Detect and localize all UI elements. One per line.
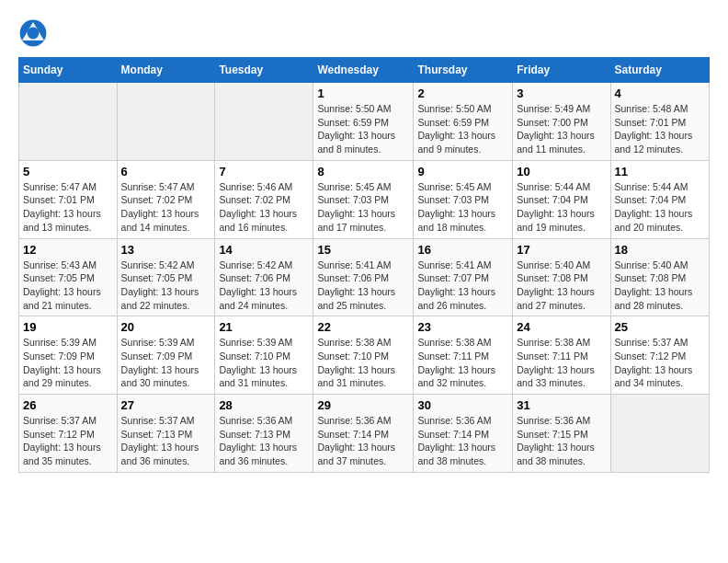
- day-number: 8: [317, 165, 409, 178]
- calendar-cell: [215, 83, 313, 161]
- calendar-cell: 12Sunrise: 5:43 AM Sunset: 7:05 PM Dayli…: [19, 238, 118, 316]
- page-header: [18, 18, 710, 48]
- day-info: Sunrise: 5:50 AM Sunset: 6:59 PM Dayligh…: [317, 102, 409, 156]
- calendar-cell: 23Sunrise: 5:38 AM Sunset: 7:11 PM Dayli…: [414, 316, 513, 395]
- day-number: 16: [417, 243, 508, 257]
- calendar-cell: 4Sunrise: 5:48 AM Sunset: 7:01 PM Daylig…: [610, 83, 709, 161]
- calendar-cell: 17Sunrise: 5:40 AM Sunset: 7:08 PM Dayli…: [513, 238, 610, 316]
- calendar-cell: 26Sunrise: 5:37 AM Sunset: 7:12 PM Dayli…: [19, 395, 118, 473]
- day-info: Sunrise: 5:50 AM Sunset: 6:59 PM Dayligh…: [417, 102, 508, 156]
- day-number: 4: [615, 86, 705, 100]
- calendar-cell: 30Sunrise: 5:36 AM Sunset: 7:14 PM Dayli…: [414, 395, 513, 473]
- day-number: 26: [23, 398, 113, 412]
- day-number: 21: [219, 320, 309, 334]
- day-info: Sunrise: 5:39 AM Sunset: 7:09 PM Dayligh…: [121, 336, 211, 390]
- day-number: 20: [121, 320, 211, 334]
- header-day-tuesday: Tuesday: [215, 58, 313, 83]
- day-number: 25: [615, 320, 705, 334]
- day-number: 14: [219, 243, 309, 257]
- header-day-thursday: Thursday: [414, 58, 513, 83]
- calendar-cell: 31Sunrise: 5:36 AM Sunset: 7:15 PM Dayli…: [513, 395, 610, 473]
- day-info: Sunrise: 5:41 AM Sunset: 7:06 PM Dayligh…: [317, 259, 409, 313]
- day-info: Sunrise: 5:47 AM Sunset: 7:02 PM Dayligh…: [121, 180, 211, 235]
- day-info: Sunrise: 5:47 AM Sunset: 7:01 PM Dayligh…: [23, 180, 113, 235]
- day-info: Sunrise: 5:37 AM Sunset: 7:13 PM Dayligh…: [121, 414, 211, 468]
- day-number: 9: [417, 165, 508, 178]
- day-number: 27: [121, 398, 211, 412]
- calendar-cell: 29Sunrise: 5:36 AM Sunset: 7:14 PM Dayli…: [313, 395, 414, 473]
- day-number: 18: [615, 243, 705, 257]
- day-info: Sunrise: 5:49 AM Sunset: 7:00 PM Dayligh…: [517, 102, 606, 156]
- day-info: Sunrise: 5:45 AM Sunset: 7:03 PM Dayligh…: [317, 180, 409, 235]
- calendar-cell: 16Sunrise: 5:41 AM Sunset: 7:07 PM Dayli…: [414, 238, 513, 316]
- day-number: 29: [317, 398, 409, 412]
- day-number: 5: [23, 165, 113, 178]
- day-info: Sunrise: 5:37 AM Sunset: 7:12 PM Dayligh…: [23, 414, 113, 468]
- day-number: 31: [517, 398, 606, 412]
- day-info: Sunrise: 5:39 AM Sunset: 7:09 PM Dayligh…: [23, 336, 113, 390]
- day-number: 28: [219, 398, 309, 412]
- day-info: Sunrise: 5:38 AM Sunset: 7:11 PM Dayligh…: [517, 336, 606, 390]
- day-number: 6: [121, 165, 211, 178]
- day-info: Sunrise: 5:36 AM Sunset: 7:14 PM Dayligh…: [417, 414, 508, 468]
- calendar-cell: 18Sunrise: 5:40 AM Sunset: 7:08 PM Dayli…: [610, 238, 709, 316]
- calendar-cell: 1Sunrise: 5:50 AM Sunset: 6:59 PM Daylig…: [313, 83, 414, 161]
- day-number: 13: [121, 243, 211, 257]
- header-day-friday: Friday: [513, 58, 610, 83]
- day-number: 15: [317, 243, 409, 257]
- calendar-cell: 24Sunrise: 5:38 AM Sunset: 7:11 PM Dayli…: [513, 316, 610, 395]
- calendar-cell: 8Sunrise: 5:45 AM Sunset: 7:03 PM Daylig…: [313, 160, 414, 238]
- day-number: 23: [417, 320, 508, 334]
- calendar-cell: 28Sunrise: 5:36 AM Sunset: 7:13 PM Dayli…: [215, 395, 313, 473]
- day-info: Sunrise: 5:38 AM Sunset: 7:11 PM Dayligh…: [417, 336, 508, 390]
- calendar-cell: 3Sunrise: 5:49 AM Sunset: 7:00 PM Daylig…: [513, 83, 610, 161]
- day-info: Sunrise: 5:37 AM Sunset: 7:12 PM Dayligh…: [615, 336, 705, 390]
- calendar-cell: 21Sunrise: 5:39 AM Sunset: 7:10 PM Dayli…: [215, 316, 313, 395]
- calendar-cell: [19, 83, 118, 161]
- day-info: Sunrise: 5:42 AM Sunset: 7:05 PM Dayligh…: [121, 259, 211, 313]
- day-number: 7: [219, 165, 309, 178]
- calendar-cell: [117, 83, 215, 161]
- calendar-cell: 19Sunrise: 5:39 AM Sunset: 7:09 PM Dayli…: [19, 316, 118, 395]
- day-info: Sunrise: 5:39 AM Sunset: 7:10 PM Dayligh…: [219, 336, 309, 390]
- header-day-saturday: Saturday: [610, 58, 709, 83]
- header-day-wednesday: Wednesday: [313, 58, 414, 83]
- calendar-cell: 25Sunrise: 5:37 AM Sunset: 7:12 PM Dayli…: [610, 316, 709, 395]
- day-info: Sunrise: 5:36 AM Sunset: 7:13 PM Dayligh…: [219, 414, 309, 468]
- day-info: Sunrise: 5:46 AM Sunset: 7:02 PM Dayligh…: [219, 180, 309, 235]
- day-number: 19: [23, 320, 113, 334]
- day-info: Sunrise: 5:38 AM Sunset: 7:10 PM Dayligh…: [317, 336, 409, 390]
- calendar-cell: 13Sunrise: 5:42 AM Sunset: 7:05 PM Dayli…: [117, 238, 215, 316]
- calendar-cell: 7Sunrise: 5:46 AM Sunset: 7:02 PM Daylig…: [215, 160, 313, 238]
- day-info: Sunrise: 5:42 AM Sunset: 7:06 PM Dayligh…: [219, 259, 309, 313]
- day-number: 3: [517, 86, 606, 100]
- calendar-cell: 11Sunrise: 5:44 AM Sunset: 7:04 PM Dayli…: [610, 160, 709, 238]
- day-number: 22: [317, 320, 409, 334]
- calendar-cell: [610, 395, 709, 473]
- day-number: 2: [417, 86, 508, 100]
- day-number: 24: [517, 320, 606, 334]
- header-day-sunday: Sunday: [19, 58, 118, 83]
- day-info: Sunrise: 5:40 AM Sunset: 7:08 PM Dayligh…: [517, 259, 606, 313]
- calendar-cell: 5Sunrise: 5:47 AM Sunset: 7:01 PM Daylig…: [19, 160, 118, 238]
- day-info: Sunrise: 5:48 AM Sunset: 7:01 PM Dayligh…: [615, 102, 705, 156]
- calendar-table: SundayMondayTuesdayWednesdayThursdayFrid…: [18, 57, 710, 473]
- day-info: Sunrise: 5:40 AM Sunset: 7:08 PM Dayligh…: [615, 259, 705, 313]
- day-info: Sunrise: 5:41 AM Sunset: 7:07 PM Dayligh…: [417, 259, 508, 313]
- svg-point-2: [28, 28, 40, 40]
- calendar-cell: 2Sunrise: 5:50 AM Sunset: 6:59 PM Daylig…: [414, 83, 513, 161]
- day-info: Sunrise: 5:44 AM Sunset: 7:04 PM Dayligh…: [615, 180, 705, 235]
- day-number: 17: [517, 243, 606, 257]
- day-info: Sunrise: 5:36 AM Sunset: 7:14 PM Dayligh…: [317, 414, 409, 468]
- day-number: 11: [615, 165, 705, 178]
- calendar-cell: 27Sunrise: 5:37 AM Sunset: 7:13 PM Dayli…: [117, 395, 215, 473]
- calendar-cell: 10Sunrise: 5:44 AM Sunset: 7:04 PM Dayli…: [513, 160, 610, 238]
- calendar-cell: 9Sunrise: 5:45 AM Sunset: 7:03 PM Daylig…: [414, 160, 513, 238]
- calendar-cell: 14Sunrise: 5:42 AM Sunset: 7:06 PM Dayli…: [215, 238, 313, 316]
- logo: [18, 18, 51, 48]
- day-number: 12: [23, 243, 113, 257]
- day-info: Sunrise: 5:43 AM Sunset: 7:05 PM Dayligh…: [23, 259, 113, 313]
- header-day-monday: Monday: [117, 58, 215, 83]
- day-number: 30: [417, 398, 508, 412]
- calendar-cell: 15Sunrise: 5:41 AM Sunset: 7:06 PM Dayli…: [313, 238, 414, 316]
